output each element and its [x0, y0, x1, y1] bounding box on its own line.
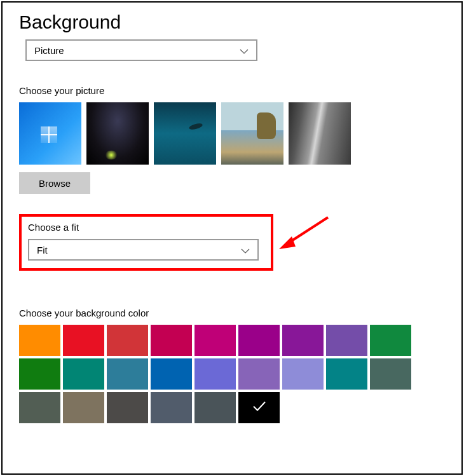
page-title: Background — [19, 11, 445, 33]
color-swatch[interactable] — [151, 392, 192, 423]
color-swatch[interactable] — [194, 358, 236, 390]
color-swatch[interactable] — [194, 325, 236, 356]
color-swatch[interactable] — [19, 325, 60, 356]
browse-button[interactable]: Browse — [19, 172, 90, 194]
background-type-dropdown[interactable]: Picture — [25, 39, 257, 61]
color-swatch[interactable] — [282, 325, 324, 356]
background-color-grid — [19, 325, 413, 423]
color-swatch[interactable] — [107, 392, 148, 423]
color-swatch[interactable] — [151, 325, 192, 356]
svg-marker-1 — [279, 236, 296, 249]
picture-thumb[interactable] — [154, 102, 216, 165]
color-swatch[interactable] — [238, 325, 280, 356]
color-swatch[interactable] — [107, 358, 148, 390]
svg-line-0 — [287, 217, 328, 244]
color-swatch[interactable] — [63, 392, 104, 423]
choose-fit-label: Choose a fit — [28, 222, 264, 233]
color-swatch[interactable] — [238, 358, 280, 390]
picture-thumb[interactable] — [19, 102, 81, 165]
color-swatch[interactable] — [107, 325, 148, 356]
color-swatch[interactable] — [19, 358, 60, 390]
picture-thumb[interactable] — [221, 102, 283, 165]
color-swatch[interactable] — [370, 325, 411, 356]
arrow-annotation-icon — [274, 212, 338, 257]
picture-thumb[interactable] — [86, 102, 149, 165]
color-swatch[interactable] — [282, 358, 324, 390]
picture-thumb[interactable] — [289, 102, 351, 165]
color-swatch[interactable] — [326, 325, 367, 356]
color-swatch[interactable] — [326, 358, 367, 390]
checkmark-icon — [252, 400, 266, 415]
choose-bgcolor-label: Choose your background color — [19, 308, 445, 318]
color-swatch[interactable] — [370, 358, 411, 390]
fit-value: Fit — [37, 245, 48, 255]
color-swatch[interactable] — [238, 392, 280, 423]
fit-dropdown[interactable]: Fit — [28, 239, 259, 261]
background-type-value: Picture — [34, 45, 64, 56]
choose-picture-label: Choose your picture — [19, 85, 445, 96]
settings-background-panel: Background Picture Choose your picture B… — [1, 1, 463, 475]
color-swatch[interactable] — [194, 392, 236, 423]
color-swatch[interactable] — [151, 358, 192, 390]
color-swatch[interactable] — [19, 392, 60, 423]
chevron-down-icon — [241, 245, 250, 255]
highlight-annotation: Choose a fit Fit — [19, 214, 273, 271]
picture-thumbnails — [19, 102, 445, 165]
color-swatch[interactable] — [63, 358, 104, 390]
chevron-down-icon — [240, 45, 249, 56]
color-swatch[interactable] — [63, 325, 104, 356]
